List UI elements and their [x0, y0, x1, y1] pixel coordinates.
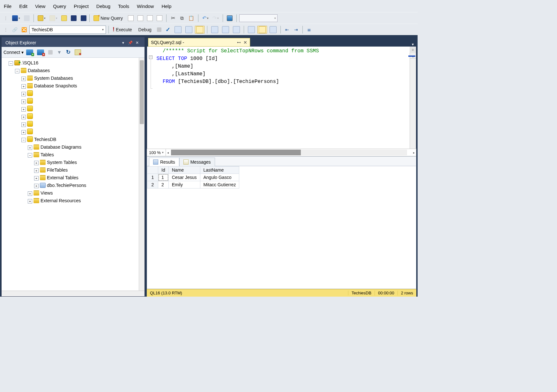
cell-lastname[interactable]: Angulo Gasco	[200, 174, 239, 181]
tree-node-db[interactable]: +	[21, 128, 144, 136]
new-query-button[interactable]: New Query	[92, 14, 125, 22]
nav-back-button[interactable]	[11, 14, 21, 22]
copy-button[interactable]: ⧉	[178, 14, 186, 22]
menu-tools[interactable]: Tools	[118, 4, 129, 9]
menu-project[interactable]: Project	[74, 4, 89, 9]
tree-node-system-databases[interactable]: +System Databases	[21, 74, 144, 82]
new-mdx-query-button[interactable]	[136, 14, 145, 22]
tree-node-db[interactable]: +	[21, 90, 144, 97]
tree-vscrollbar[interactable]	[139, 58, 145, 291]
column-header-id[interactable]: Id	[158, 166, 169, 174]
tab-results[interactable]: Results	[149, 158, 179, 166]
new-dmx-query-button[interactable]	[146, 14, 154, 22]
save-all-button[interactable]	[79, 14, 87, 22]
tree-node-system-tables[interactable]: +System Tables	[34, 159, 144, 166]
comment-button[interactable]: ≣	[305, 26, 313, 33]
new-de-query-button[interactable]	[127, 14, 135, 22]
document-tab[interactable]: SQLQuery2.sql - ⊷ ✕	[148, 38, 250, 47]
paste-button[interactable]: 📋	[187, 14, 196, 22]
tree-node-techiesdb[interactable]: −TechiesDB +Database Diagrams −Tables +S…	[21, 136, 144, 204]
filter-oe-button[interactable]: ▼	[56, 48, 63, 56]
debug-button[interactable]: Debug	[136, 26, 154, 33]
sql-editor[interactable]: ÷ ▴ − /****** Script for SelectTopNRows …	[147, 47, 416, 149]
tree-node-filetables[interactable]: +FileTables	[34, 166, 144, 174]
indent-button[interactable]: ⇥	[292, 26, 300, 33]
change-connection-button[interactable]: 🔀	[20, 26, 28, 33]
query-options-button[interactable]	[184, 26, 194, 33]
include-live-stats-button[interactable]	[221, 26, 230, 33]
tree-node-db[interactable]: +	[21, 120, 144, 128]
results-to-file-button[interactable]	[268, 26, 278, 33]
tree-node-databases[interactable]: −Databases +System Databases +Database S…	[15, 67, 144, 204]
tree-node-tables[interactable]: −Tables +System Tables +FileTables +Exte…	[28, 151, 144, 189]
tree-node-database-diagrams[interactable]: +Database Diagrams	[28, 143, 144, 151]
tree-hscrollbar[interactable]	[2, 291, 145, 296]
panel-menu-button[interactable]: ▾	[120, 41, 127, 45]
hscroll-right-button[interactable]: ▸	[412, 151, 416, 154]
undo-button[interactable]: ↶	[201, 14, 210, 22]
tree-node-techiepersons[interactable]: +dbo.TechiePersons	[34, 181, 144, 189]
refresh-oe-button[interactable]: ↻	[64, 48, 72, 56]
cut-button[interactable]: ✂	[169, 14, 177, 22]
new-item-button[interactable]	[48, 14, 59, 22]
tab-pin-button[interactable]: ⊷	[237, 40, 241, 45]
menu-debug[interactable]: Debug	[96, 4, 110, 9]
open-file-button[interactable]	[60, 14, 68, 22]
connect-oe-button[interactable]	[25, 48, 34, 56]
tab-close-button[interactable]: ✕	[243, 40, 247, 45]
new-xmla-query-button[interactable]	[155, 14, 164, 22]
activity-monitor-button[interactable]	[226, 14, 234, 22]
column-header-name[interactable]: Name	[168, 166, 200, 174]
disconnect-oe-button[interactable]	[36, 48, 45, 56]
menu-edit[interactable]: Edit	[19, 4, 27, 9]
menu-query[interactable]: Query	[53, 4, 66, 9]
panel-pin-button[interactable]: 📌	[127, 41, 134, 45]
menu-help[interactable]: Help	[161, 4, 171, 9]
tree-node-views[interactable]: +Views	[28, 189, 144, 197]
include-actual-plan-button[interactable]	[210, 26, 219, 33]
tree-node-database-snapshots[interactable]: +Database Snapshots	[21, 82, 144, 90]
tab-messages[interactable]: Messages	[179, 158, 215, 166]
include-client-stats-button[interactable]	[232, 26, 241, 33]
cell-id[interactable]: 2	[158, 181, 169, 189]
cell-lastname[interactable]: Mitacc Gutierrez	[200, 181, 239, 189]
execute-button[interactable]: ! Execute	[111, 26, 135, 33]
results-row[interactable]: 1 1 Cesar Jesus Angulo Gasco	[147, 174, 239, 181]
hscroll-left-button[interactable]: ◂	[166, 151, 170, 154]
database-combo[interactable]: TechiesDB	[29, 26, 106, 34]
editor-splitter-icon[interactable]: ÷	[410, 47, 416, 53]
panel-close-button[interactable]: ✕	[134, 41, 141, 45]
estimated-plan-button[interactable]	[173, 26, 183, 33]
tree-node-server[interactable]: −.\SQL16 −Databases +System Databases +D…	[9, 59, 144, 204]
connect-button[interactable]: 🔗	[11, 26, 19, 33]
cell-id[interactable]: 1	[158, 174, 169, 181]
outline-collapse-button[interactable]: −	[149, 55, 152, 59]
object-explorer-tree[interactable]: −.\SQL16 −Databases +System Databases +D…	[2, 58, 145, 291]
editor-hscrollbar[interactable]	[171, 150, 407, 155]
editor-vscrollbar[interactable]: ÷ ▴	[410, 47, 416, 149]
results-row[interactable]: 2 2 Emily Mitacc Gutierrez	[147, 181, 239, 189]
tree-node-db[interactable]: +	[21, 105, 144, 113]
results-to-grid-button[interactable]	[257, 26, 267, 33]
new-project-button[interactable]	[36, 14, 47, 22]
tree-node-external-tables[interactable]: +External Tables	[34, 174, 144, 181]
intellisense-button[interactable]	[195, 26, 204, 33]
solution-config-combo[interactable]	[239, 14, 278, 22]
tree-node-db[interactable]: +	[21, 113, 144, 120]
connect-dropdown[interactable]: Connect ▾	[4, 50, 24, 55]
cell-name[interactable]: Cesar Jesus	[168, 174, 200, 181]
stop-connection-button[interactable]	[73, 48, 82, 56]
tab-list-button[interactable]: ▾	[409, 42, 416, 47]
zoom-combo[interactable]: 100 %	[147, 149, 166, 156]
menu-window[interactable]: Window	[137, 4, 154, 9]
results-grid[interactable]: Id Name LastName 1 1 Cesar Jesus Angulo …	[147, 166, 416, 289]
results-to-text-button[interactable]	[247, 26, 256, 33]
tree-node-db[interactable]: +	[21, 97, 144, 105]
parse-button[interactable]: ✓	[164, 26, 172, 33]
cell-name[interactable]: Emily	[168, 181, 200, 189]
outdent-button[interactable]: ⇤	[283, 26, 291, 33]
menu-view[interactable]: View	[35, 4, 45, 9]
save-button[interactable]	[70, 14, 78, 22]
tree-node-external-resources[interactable]: +External Resources	[28, 197, 144, 204]
column-header-lastname[interactable]: LastName	[200, 166, 239, 174]
